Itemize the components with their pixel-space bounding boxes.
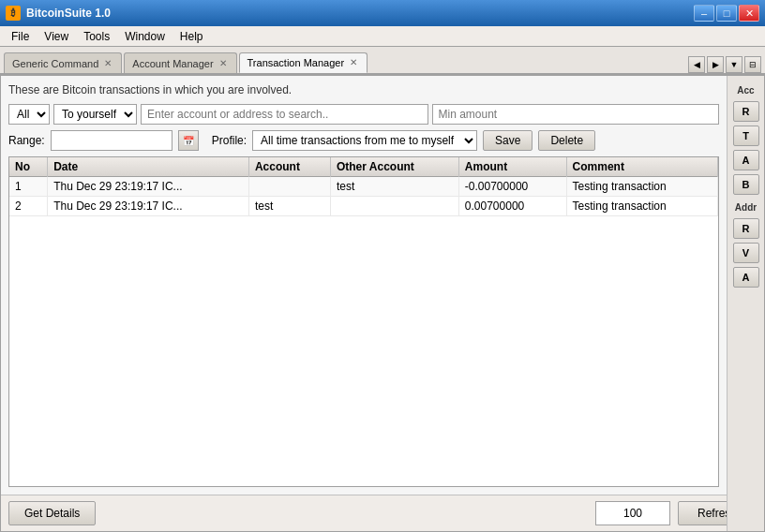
transactions-table: No Date Account Other Account Amount Com…: [9, 157, 718, 216]
col-other-account: Other Account: [330, 157, 458, 177]
col-no: No: [9, 157, 48, 177]
range-input[interactable]: [51, 130, 172, 151]
title-bar: ₿ BitcoinSuite 1.0 – □ ✕: [0, 0, 765, 26]
tab-account-manager-label: Account Manager: [132, 58, 213, 69]
type-filter[interactable]: All: [8, 104, 50, 125]
profile-label: Profile:: [212, 134, 247, 147]
window-controls: – □ ✕: [694, 5, 759, 22]
menu-window[interactable]: Window: [117, 28, 172, 45]
count-input[interactable]: 100: [595, 501, 670, 525]
cell-account: test: [248, 197, 330, 216]
bottom-bar: Get Details 100 Refresh: [1, 495, 764, 531]
inner-content: These are Bitcoin transactions in which …: [1, 76, 727, 495]
tab-dropdown-button[interactable]: ▼: [726, 56, 742, 73]
get-details-button[interactable]: Get Details: [8, 501, 96, 525]
acc-a-button[interactable]: A: [733, 150, 759, 170]
range-calendar-button[interactable]: 📅: [178, 130, 199, 151]
cell-other-account: test: [330, 177, 458, 197]
table-header-row: No Date Account Other Account Amount Com…: [9, 157, 718, 177]
right-sidebar: Acc R T A B Addr R V A: [727, 76, 764, 531]
minimize-button[interactable]: –: [694, 5, 714, 22]
profile-select[interactable]: All time transactions from me to myself: [252, 130, 477, 151]
tab-transaction-manager-close[interactable]: ✕: [350, 58, 357, 67]
cell-date: Thu Dec 29 23:19:17 IC...: [48, 197, 249, 216]
cell-no: 2: [9, 197, 48, 216]
delete-button[interactable]: Delete: [538, 130, 595, 151]
col-comment: Comment: [566, 157, 717, 177]
min-amount-input[interactable]: [432, 104, 720, 125]
cell-comment: Testing transaction: [566, 197, 717, 216]
tab-navigation: ◀ ▶ ▼ ⊟: [688, 56, 761, 73]
col-account: Account: [248, 157, 330, 177]
tab-next-button[interactable]: ▶: [707, 56, 724, 73]
close-button[interactable]: ✕: [739, 5, 759, 22]
tab-bar: Generic Command ✕ Account Manager ✕ Tran…: [0, 47, 765, 75]
main-content: These are Bitcoin transactions in which …: [0, 75, 765, 532]
acc-b-button[interactable]: B: [733, 174, 759, 195]
range-label: Range:: [8, 134, 45, 147]
info-text: These are Bitcoin transactions in which …: [8, 83, 719, 96]
app-title: BitcoinSuite 1.0: [26, 7, 694, 20]
addr-a-button[interactable]: A: [733, 267, 759, 288]
tab-generic-command[interactable]: Generic Command ✕: [4, 52, 122, 73]
addr-v-button[interactable]: V: [733, 243, 759, 263]
direction-filter[interactable]: To yourself: [53, 104, 137, 125]
menu-tools[interactable]: Tools: [76, 28, 117, 45]
tab-account-manager[interactable]: Account Manager ✕: [124, 52, 236, 73]
search-input[interactable]: [141, 104, 428, 125]
save-button[interactable]: Save: [483, 130, 532, 151]
menu-bar: File View Tools Window Help: [0, 26, 765, 47]
tab-restore-button[interactable]: ⊟: [744, 56, 761, 73]
menu-file[interactable]: File: [4, 28, 37, 45]
table-row[interactable]: 2 Thu Dec 29 23:19:17 IC... test 0.00700…: [9, 197, 718, 216]
tab-account-manager-close[interactable]: ✕: [219, 59, 227, 68]
col-date: Date: [48, 157, 249, 177]
table-row[interactable]: 1 Thu Dec 29 23:19:17 IC... test -0.0070…: [9, 177, 718, 197]
addr-section-label: Addr: [735, 202, 757, 213]
cell-other-account: [330, 197, 458, 216]
cell-amount: -0.00700000: [458, 177, 566, 197]
cell-date: Thu Dec 29 23:19:17 IC...: [48, 177, 249, 197]
tab-transaction-manager-label: Transaction Manager: [248, 57, 345, 68]
app-icon: ₿: [6, 6, 21, 21]
cell-no: 1: [9, 177, 48, 197]
filter-row: All To yourself: [8, 104, 719, 125]
acc-section-label: Acc: [737, 85, 754, 96]
transactions-table-container: No Date Account Other Account Amount Com…: [8, 156, 719, 487]
tab-generic-command-label: Generic Command: [12, 58, 98, 69]
acc-t-button[interactable]: T: [733, 126, 759, 146]
cell-comment: Testing transaction: [566, 177, 717, 197]
tab-prev-button[interactable]: ◀: [688, 56, 705, 73]
addr-r-button[interactable]: R: [733, 218, 759, 239]
menu-view[interactable]: View: [37, 28, 76, 45]
tab-transaction-manager[interactable]: Transaction Manager ✕: [239, 52, 368, 73]
cell-amount: 0.00700000: [458, 197, 566, 216]
maximize-button[interactable]: □: [716, 5, 737, 22]
acc-r-button[interactable]: R: [733, 101, 759, 122]
menu-help[interactable]: Help: [172, 28, 211, 45]
cell-account: [248, 177, 330, 197]
tab-generic-command-close[interactable]: ✕: [104, 59, 112, 68]
col-amount: Amount: [458, 157, 566, 177]
range-row: Range: 📅 Profile: All time transactions …: [8, 130, 719, 151]
